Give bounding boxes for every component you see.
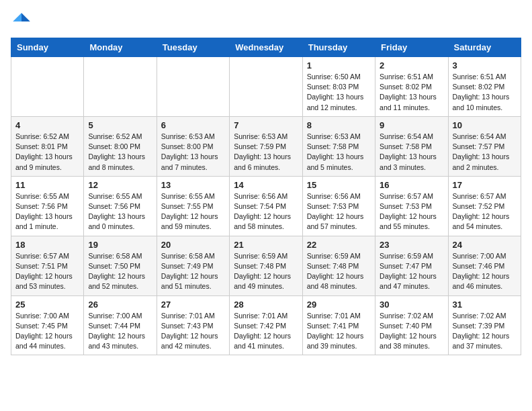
day-number: 7 bbox=[234, 120, 298, 130]
weekday-header-wednesday: Wednesday bbox=[230, 38, 302, 57]
day-number: 5 bbox=[88, 120, 152, 130]
calendar-cell: 8Sunrise: 6:53 AM Sunset: 7:58 PM Daylig… bbox=[302, 116, 375, 176]
day-number: 25 bbox=[15, 300, 79, 310]
calendar-cell: 30Sunrise: 7:02 AM Sunset: 7:40 PM Dayli… bbox=[375, 295, 448, 355]
day-info: Sunrise: 6:54 AM Sunset: 7:58 PM Dayligh… bbox=[380, 132, 443, 173]
calendar-cell: 10Sunrise: 6:54 AM Sunset: 7:57 PM Dayli… bbox=[448, 116, 521, 176]
day-info: Sunrise: 6:59 AM Sunset: 7:48 PM Dayligh… bbox=[234, 251, 298, 292]
day-number: 17 bbox=[453, 180, 517, 190]
calendar-cell: 27Sunrise: 7:01 AM Sunset: 7:43 PM Dayli… bbox=[157, 295, 229, 355]
day-info: Sunrise: 7:00 AM Sunset: 7:45 PM Dayligh… bbox=[15, 311, 79, 352]
calendar-cell: 26Sunrise: 7:00 AM Sunset: 7:44 PM Dayli… bbox=[84, 295, 157, 355]
day-info: Sunrise: 6:51 AM Sunset: 8:02 PM Dayligh… bbox=[380, 72, 443, 113]
svg-marker-1 bbox=[13, 13, 21, 21]
day-number: 24 bbox=[453, 240, 517, 250]
calendar-cell: 3Sunrise: 6:51 AM Sunset: 8:02 PM Daylig… bbox=[448, 57, 521, 117]
day-info: Sunrise: 6:55 AM Sunset: 7:56 PM Dayligh… bbox=[88, 191, 152, 232]
calendar-cell: 2Sunrise: 6:51 AM Sunset: 8:02 PM Daylig… bbox=[375, 57, 448, 117]
day-info: Sunrise: 6:53 AM Sunset: 8:00 PM Dayligh… bbox=[161, 132, 225, 173]
calendar-cell: 6Sunrise: 6:53 AM Sunset: 8:00 PM Daylig… bbox=[157, 116, 229, 176]
day-number: 3 bbox=[453, 60, 517, 71]
weekday-header-friday: Friday bbox=[375, 38, 448, 57]
calendar-cell: 29Sunrise: 7:01 AM Sunset: 7:41 PM Dayli… bbox=[302, 295, 375, 355]
calendar-cell: 31Sunrise: 7:02 AM Sunset: 7:39 PM Dayli… bbox=[448, 295, 521, 355]
day-info: Sunrise: 6:59 AM Sunset: 7:48 PM Dayligh… bbox=[307, 251, 371, 292]
logo bbox=[11, 11, 35, 32]
calendar-table: SundayMondayTuesdayWednesdayThursdayFrid… bbox=[11, 38, 521, 355]
calendar-cell: 22Sunrise: 6:59 AM Sunset: 7:48 PM Dayli… bbox=[302, 236, 375, 295]
day-info: Sunrise: 6:57 AM Sunset: 7:51 PM Dayligh… bbox=[15, 251, 79, 292]
day-info: Sunrise: 6:54 AM Sunset: 7:57 PM Dayligh… bbox=[453, 132, 517, 173]
calendar-cell: 20Sunrise: 6:58 AM Sunset: 7:49 PM Dayli… bbox=[157, 236, 229, 295]
day-number: 13 bbox=[161, 180, 225, 190]
weekday-header-saturday: Saturday bbox=[448, 38, 521, 57]
day-number: 6 bbox=[161, 120, 225, 130]
day-number: 12 bbox=[88, 180, 152, 190]
weekday-header-monday: Monday bbox=[84, 38, 157, 57]
calendar-cell bbox=[157, 57, 229, 117]
day-number: 29 bbox=[307, 300, 371, 310]
calendar-cell: 14Sunrise: 6:56 AM Sunset: 7:54 PM Dayli… bbox=[230, 176, 302, 236]
day-number: 22 bbox=[307, 240, 371, 250]
day-number: 4 bbox=[15, 120, 79, 130]
weekday-header-row: SundayMondayTuesdayWednesdayThursdayFrid… bbox=[11, 38, 521, 57]
calendar-cell: 21Sunrise: 6:59 AM Sunset: 7:48 PM Dayli… bbox=[230, 236, 302, 295]
calendar-cell: 9Sunrise: 6:54 AM Sunset: 7:58 PM Daylig… bbox=[375, 116, 448, 176]
day-number: 1 bbox=[307, 60, 371, 71]
calendar-cell: 16Sunrise: 6:57 AM Sunset: 7:53 PM Dayli… bbox=[375, 176, 448, 236]
calendar-cell: 13Sunrise: 6:55 AM Sunset: 7:55 PM Dayli… bbox=[157, 176, 229, 236]
day-number: 10 bbox=[453, 120, 517, 130]
day-number: 23 bbox=[380, 240, 443, 250]
week-row-2: 4Sunrise: 6:52 AM Sunset: 8:01 PM Daylig… bbox=[11, 116, 521, 176]
week-row-5: 25Sunrise: 7:00 AM Sunset: 7:45 PM Dayli… bbox=[11, 295, 521, 355]
page-header bbox=[11, 11, 521, 32]
calendar-cell bbox=[84, 57, 157, 117]
day-number: 20 bbox=[161, 240, 225, 250]
calendar-cell: 24Sunrise: 7:00 AM Sunset: 7:46 PM Dayli… bbox=[448, 236, 521, 295]
day-number: 18 bbox=[15, 240, 79, 250]
calendar-cell: 11Sunrise: 6:55 AM Sunset: 7:56 PM Dayli… bbox=[11, 176, 84, 236]
day-info: Sunrise: 7:00 AM Sunset: 7:46 PM Dayligh… bbox=[453, 251, 517, 292]
calendar-cell: 23Sunrise: 6:59 AM Sunset: 7:47 PM Dayli… bbox=[375, 236, 448, 295]
calendar-cell: 28Sunrise: 7:01 AM Sunset: 7:42 PM Dayli… bbox=[230, 295, 302, 355]
calendar-cell: 25Sunrise: 7:00 AM Sunset: 7:45 PM Dayli… bbox=[11, 295, 84, 355]
calendar-cell: 7Sunrise: 6:53 AM Sunset: 7:59 PM Daylig… bbox=[230, 116, 302, 176]
day-info: Sunrise: 6:55 AM Sunset: 7:56 PM Dayligh… bbox=[15, 191, 79, 232]
day-info: Sunrise: 6:55 AM Sunset: 7:55 PM Dayligh… bbox=[161, 191, 225, 232]
day-info: Sunrise: 6:53 AM Sunset: 7:58 PM Dayligh… bbox=[307, 132, 371, 173]
day-number: 16 bbox=[380, 180, 443, 190]
calendar-cell: 17Sunrise: 6:57 AM Sunset: 7:52 PM Dayli… bbox=[448, 176, 521, 236]
week-row-1: 1Sunrise: 6:50 AM Sunset: 8:03 PM Daylig… bbox=[11, 57, 521, 117]
calendar-cell: 1Sunrise: 6:50 AM Sunset: 8:03 PM Daylig… bbox=[302, 57, 375, 117]
weekday-header-tuesday: Tuesday bbox=[157, 38, 229, 57]
day-info: Sunrise: 7:02 AM Sunset: 7:39 PM Dayligh… bbox=[453, 311, 517, 352]
calendar-cell: 19Sunrise: 6:58 AM Sunset: 7:50 PM Dayli… bbox=[84, 236, 157, 295]
day-info: Sunrise: 6:51 AM Sunset: 8:02 PM Dayligh… bbox=[453, 72, 517, 113]
day-info: Sunrise: 7:02 AM Sunset: 7:40 PM Dayligh… bbox=[380, 311, 443, 352]
day-info: Sunrise: 6:59 AM Sunset: 7:47 PM Dayligh… bbox=[380, 251, 443, 292]
week-row-3: 11Sunrise: 6:55 AM Sunset: 7:56 PM Dayli… bbox=[11, 176, 521, 236]
day-info: Sunrise: 7:01 AM Sunset: 7:42 PM Dayligh… bbox=[234, 311, 298, 352]
day-info: Sunrise: 6:57 AM Sunset: 7:52 PM Dayligh… bbox=[453, 191, 517, 232]
day-info: Sunrise: 7:01 AM Sunset: 7:43 PM Dayligh… bbox=[161, 311, 225, 352]
day-info: Sunrise: 6:58 AM Sunset: 7:49 PM Dayligh… bbox=[161, 251, 225, 292]
calendar-cell bbox=[11, 57, 84, 117]
logo-icon bbox=[11, 11, 32, 32]
day-info: Sunrise: 6:52 AM Sunset: 8:00 PM Dayligh… bbox=[88, 132, 152, 173]
day-info: Sunrise: 6:50 AM Sunset: 8:03 PM Dayligh… bbox=[307, 72, 371, 113]
svg-marker-0 bbox=[21, 13, 30, 21]
day-number: 30 bbox=[380, 300, 443, 310]
weekday-header-thursday: Thursday bbox=[302, 38, 375, 57]
day-number: 21 bbox=[234, 240, 298, 250]
day-number: 15 bbox=[307, 180, 371, 190]
day-number: 26 bbox=[88, 300, 152, 310]
day-number: 27 bbox=[161, 300, 225, 310]
day-number: 2 bbox=[380, 60, 443, 71]
day-number: 28 bbox=[234, 300, 298, 310]
day-info: Sunrise: 6:57 AM Sunset: 7:53 PM Dayligh… bbox=[380, 191, 443, 232]
day-info: Sunrise: 6:56 AM Sunset: 7:53 PM Dayligh… bbox=[307, 191, 371, 232]
calendar-cell: 18Sunrise: 6:57 AM Sunset: 7:51 PM Dayli… bbox=[11, 236, 84, 295]
day-info: Sunrise: 6:53 AM Sunset: 7:59 PM Dayligh… bbox=[234, 132, 298, 173]
weekday-header-sunday: Sunday bbox=[11, 38, 84, 57]
day-number: 9 bbox=[380, 120, 443, 130]
